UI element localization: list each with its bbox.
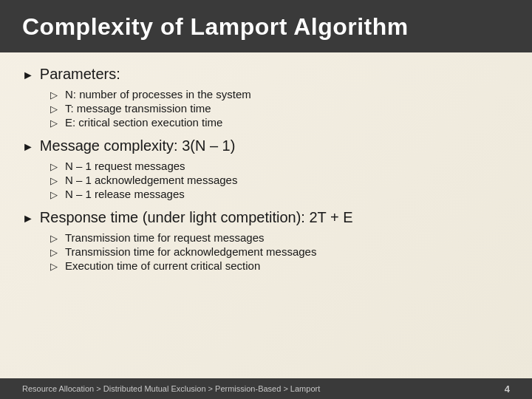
- sub-bullet-t: ▷ T: message transmission time: [50, 102, 510, 115]
- slide-title: Complexity of Lamport Algorithm: [22, 13, 510, 41]
- sub-text-trans-ack: Transmission time for acknowledgement me…: [65, 245, 316, 258]
- parameters-main-bullet: ► Parameters:: [22, 66, 510, 83]
- sub-arrow-trans-ack: ▷: [50, 247, 59, 258]
- sub-bullet-ack: ▷ N – 1 acknowledgement messages: [50, 174, 510, 186]
- sub-bullet-n: ▷ N: number of processes in the system: [50, 88, 510, 100]
- slide-container: Complexity of Lamport Algorithm ► Parame…: [0, 0, 532, 399]
- message-complexity-main-bullet: ► Message complexity: 3(N – 1): [22, 137, 510, 154]
- sub-text-exec: Execution time of current critical secti…: [65, 259, 260, 272]
- sub-arrow-t: ▷: [50, 103, 59, 115]
- response-time-main-bullet: ► Response time (under light competition…: [22, 209, 510, 226]
- parameters-section: ► Parameters: ▷ N: number of processes i…: [22, 66, 510, 129]
- sub-text-ack: N – 1 acknowledgement messages: [65, 174, 237, 186]
- main-arrow-3: ►: [22, 212, 34, 225]
- slide-footer: Resource Allocation > Distributed Mutual…: [0, 378, 532, 399]
- sub-bullet-release: ▷ N – 1 release messages: [50, 188, 510, 200]
- response-sub-bullets: ▷ Transmission time for request messages…: [50, 231, 510, 272]
- sub-bullet-request: ▷ N – 1 request messages: [50, 160, 510, 172]
- message-complexity-text: Message complexity: 3(N – 1): [40, 137, 236, 154]
- sub-bullet-trans-ack: ▷ Transmission time for acknowledgement …: [50, 245, 510, 258]
- sub-arrow-request: ▷: [50, 161, 59, 172]
- sub-text-request: N – 1 request messages: [65, 160, 185, 172]
- sub-text-trans-req: Transmission time for request messages: [65, 231, 265, 244]
- page-number: 4: [505, 383, 510, 395]
- sub-arrow-e: ▷: [50, 117, 59, 129]
- parameters-sub-bullets: ▷ N: number of processes in the system ▷…: [50, 88, 510, 129]
- main-arrow-1: ►: [22, 69, 34, 82]
- message-complexity-section: ► Message complexity: 3(N – 1) ▷ N – 1 r…: [22, 137, 510, 200]
- sub-bullet-e: ▷ E: critical section execution time: [50, 116, 510, 129]
- sub-text-e: E: critical section execution time: [65, 116, 222, 129]
- sub-arrow-release: ▷: [50, 189, 59, 200]
- breadcrumb: Resource Allocation > Distributed Mutual…: [22, 384, 320, 393]
- sub-arrow-ack: ▷: [50, 175, 59, 186]
- response-time-text: Response time (under light competition):…: [40, 209, 353, 226]
- response-time-section: ► Response time (under light competition…: [22, 209, 510, 272]
- sub-bullet-trans-req: ▷ Transmission time for request messages: [50, 231, 510, 244]
- message-sub-bullets: ▷ N – 1 request messages ▷ N – 1 acknowl…: [50, 160, 510, 200]
- title-area: Complexity of Lamport Algorithm: [0, 0, 532, 52]
- sub-text-release: N – 1 release messages: [65, 188, 185, 200]
- sub-text-t: T: message transmission time: [65, 102, 211, 115]
- sub-arrow-exec: ▷: [50, 261, 59, 272]
- sub-arrow-n: ▷: [50, 89, 59, 100]
- content-area: ► Parameters: ▷ N: number of processes i…: [0, 52, 532, 378]
- sub-arrow-trans-req: ▷: [50, 233, 59, 244]
- main-arrow-2: ►: [22, 140, 34, 154]
- sub-text-n: N: number of processes in the system: [65, 88, 251, 100]
- sub-bullet-exec: ▷ Execution time of current critical sec…: [50, 259, 510, 272]
- parameters-text: Parameters:: [40, 66, 120, 83]
